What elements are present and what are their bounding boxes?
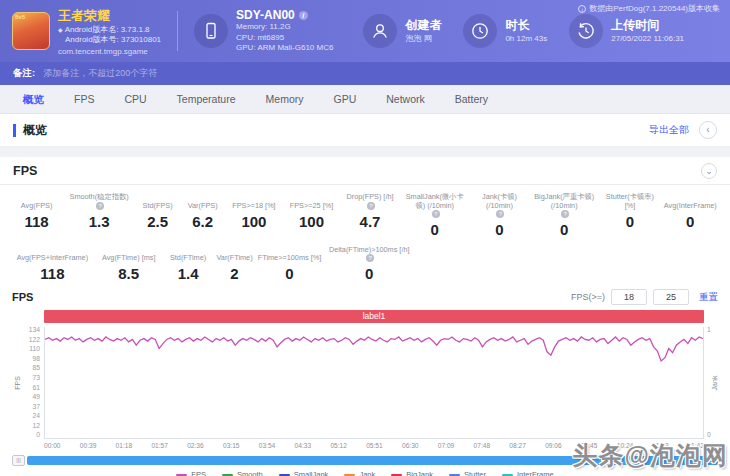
game-app-icon: 5v5 <box>12 12 50 50</box>
stat-label: Smooth(稳定指数)? <box>65 192 133 210</box>
tab-temperature[interactable]: Temperature <box>162 85 251 114</box>
chart-label-banner: label1 <box>44 310 704 323</box>
legend-swatch <box>222 474 233 476</box>
stat-label: Drop(FPS) [/h]? <box>342 192 397 210</box>
stat-value: 0 <box>663 213 718 230</box>
legend-item-smooth[interactable]: Smooth <box>222 470 263 476</box>
stat-cell: Stutter(卡顿率) [%]0 <box>599 192 660 238</box>
y-tick: 98 <box>32 356 40 363</box>
tab-memory[interactable]: Memory <box>251 85 319 114</box>
note-placeholder[interactable]: 添加备注，不超过200个字符 <box>43 67 157 80</box>
creator-info: 创建者 泡泡 网 <box>363 14 441 48</box>
y-tick: 24 <box>32 413 40 420</box>
legend-item-fps[interactable]: FPS <box>176 470 206 476</box>
fps-chart-section: FPS FPS(>=) 重置 label1 FPS 13412211098857… <box>0 284 730 476</box>
stat-cell: Var(FPS)6.2 <box>180 192 225 238</box>
info-icon[interactable]: ? <box>366 254 374 262</box>
y-tick: 37 <box>32 404 40 411</box>
info-icon[interactable]: ? <box>496 210 504 218</box>
x-tick: 10:24 <box>617 442 634 453</box>
x-tick: 01:57 <box>151 442 168 453</box>
collapse-left-button[interactable]: ‹ <box>699 121 717 139</box>
stat-value: 1.3 <box>65 213 133 230</box>
stat-label: FPS>=18 [%] <box>227 192 281 210</box>
x-tick: 05:12 <box>330 442 347 453</box>
note-bar: 备注: 添加备注，不超过200个字符 <box>0 62 730 85</box>
fps-threshold-label: FPS(>=) <box>571 292 605 302</box>
stat-cell: Delta(FTime)>100ms [/h]?0 <box>323 244 415 282</box>
stat-value: 118 <box>12 213 61 230</box>
export-all-button[interactable]: 导出全部 <box>649 123 689 137</box>
stat-value: 1.4 <box>165 265 212 282</box>
tab-概览[interactable]: 概览 <box>8 85 59 114</box>
stat-value: 0 <box>325 265 413 282</box>
stat-value: 2.5 <box>137 213 178 230</box>
stat-label: Var(FPS) <box>182 192 223 210</box>
device-cpu: CPU: mt6895 <box>236 33 333 43</box>
fps-plot-area[interactable] <box>44 327 704 439</box>
stat-value: 100 <box>285 213 339 230</box>
x-tick: 05:51 <box>366 442 383 453</box>
legend-item-smalljank[interactable]: SmallJank <box>279 470 329 476</box>
tab-network[interactable]: Network <box>371 85 440 114</box>
legend-item-stutter[interactable]: Stutter <box>449 470 486 476</box>
y-tick: 122 <box>29 337 40 344</box>
fps-threshold-input-2[interactable] <box>653 289 689 305</box>
info-icon[interactable]: ? <box>367 202 375 210</box>
stat-label: Avg(FPS+InterFrame) <box>12 244 93 262</box>
upload-time-label: 上传时间 <box>611 17 684 34</box>
fps-threshold-controls: FPS(>=) 重置 <box>571 289 718 305</box>
tab-battery[interactable]: Battery <box>440 85 503 114</box>
scrollbar-handle[interactable]: ||| <box>12 455 25 466</box>
stat-cell: Std(FTime)1.4 <box>163 244 214 282</box>
fps-threshold-input-1[interactable] <box>611 289 647 305</box>
fps-chart-title: FPS <box>12 291 33 303</box>
stat-cell: FPS>=25 [%]100 <box>283 192 341 238</box>
app-info: 5v5 王者荣耀 ◆Android版本名: 3.73.1.8 Android版本… <box>12 7 161 56</box>
info-icon[interactable]: ? <box>96 202 104 210</box>
time-axis: 00:0000:3901:1801:5702:3603:1503:5404:33… <box>44 442 704 453</box>
y-tick: 110 <box>29 346 40 353</box>
legend-item-interframe[interactable]: InterFrame <box>502 470 554 476</box>
device-info-icon[interactable]: i <box>299 11 308 20</box>
stat-label: Std(FPS) <box>137 192 178 210</box>
collapse-panel-button[interactable]: ⌄ <box>701 163 717 179</box>
legend-swatch <box>449 474 460 476</box>
x-tick: 11:42 <box>688 442 704 453</box>
stat-label: Jank(卡顿) (/10min)? <box>472 192 527 218</box>
stat-cell: Avg(FTime) [ms]8.5 <box>95 244 163 282</box>
legend-item-bigjank[interactable]: BigJank <box>391 470 433 476</box>
chart-scrollbar[interactable] <box>27 456 718 465</box>
x-tick: 01:18 <box>116 442 133 453</box>
stat-value: 2 <box>216 265 254 282</box>
overview-section-header: 概览 导出全部 ‹ <box>0 114 730 147</box>
tab-gpu[interactable]: GPU <box>318 85 371 114</box>
collect-version-text: 数据由PerfDog(7.1.220544)版本收集 <box>589 3 720 14</box>
info-icon[interactable]: ? <box>432 210 440 218</box>
stat-value: 4.7 <box>342 213 397 230</box>
clock-icon <box>463 14 497 48</box>
app-version-name: Android版本名: 3.73.1.8 <box>65 25 150 34</box>
stat-cell: Avg(FPS)118 <box>10 192 63 238</box>
y-axis-title: FPS <box>13 376 20 390</box>
chart-scrollbar-row: ||| <box>12 455 718 466</box>
fps-y-axis: FPS 13412211098857361493724120 <box>12 327 44 439</box>
info-icon[interactable]: ? <box>561 210 569 218</box>
legend-label: Stutter <box>464 470 486 476</box>
chart-legend: FPSSmoothSmallJankJankBigJankStutterInte… <box>12 470 718 476</box>
fps-line-chart <box>45 327 703 438</box>
legend-item-jank[interactable]: Jank <box>344 470 375 476</box>
x-tick: 07:48 <box>474 442 491 453</box>
stat-cell: FTime>=100ms [%]0 <box>256 244 324 282</box>
stat-cell: Jank(卡顿) (/10min)?0 <box>470 192 529 238</box>
tab-fps[interactable]: FPS <box>59 85 109 114</box>
reset-button[interactable]: 重置 <box>699 291 718 304</box>
tab-cpu[interactable]: CPU <box>109 85 161 114</box>
y-tick: 134 <box>29 327 40 334</box>
stat-label: Var(FTime) <box>216 244 254 262</box>
metric-tabbar: 概览FPSCPUTemperatureMemoryGPUNetworkBatte… <box>0 85 730 114</box>
duration-value: 0h 12m 43s <box>505 34 547 44</box>
y-tick: 61 <box>32 385 40 392</box>
legend-swatch <box>176 474 187 476</box>
stat-label: FTime>=100ms [%] <box>258 244 322 262</box>
